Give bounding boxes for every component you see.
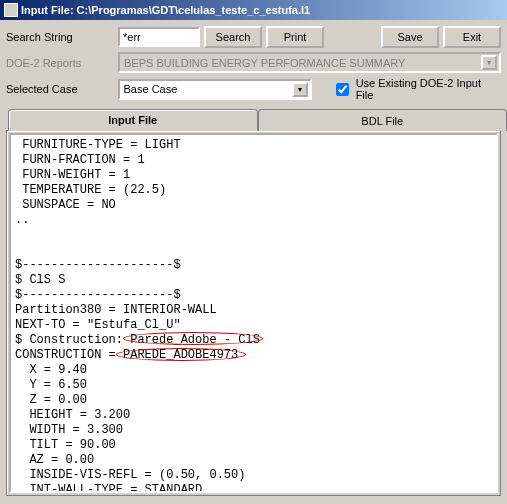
case-dropdown[interactable]: Base Case ▾ [118, 79, 312, 100]
window-titlebar: Input File: C:\Programas\GDT\celulas_tes… [0, 0, 507, 20]
search-input[interactable] [118, 27, 200, 47]
print-button[interactable]: Print [266, 26, 324, 48]
case-value: Base Case [124, 83, 292, 95]
dropdown-icon[interactable]: ▾ [292, 82, 308, 97]
search-label: Search String [6, 31, 114, 43]
tab-input-file[interactable]: Input File [8, 109, 258, 131]
use-existing-checkbox-row[interactable]: Use Existing DOE-2 Input File [332, 77, 501, 101]
case-label: Selected Case [6, 83, 114, 95]
window-title: Input File: C:\Programas\GDT\celulas_tes… [21, 4, 310, 16]
use-existing-checkbox[interactable] [336, 83, 349, 96]
tab-bdl-file[interactable]: BDL File [258, 109, 508, 131]
reports-dropdown[interactable]: BEPS BUILDING ENERGY PERFORMANCE SUMMARY… [118, 52, 501, 73]
use-existing-label: Use Existing DOE-2 Input File [356, 77, 501, 101]
file-content[interactable]: FURNITURE-TYPE = LIGHT FURN-FRACTION = 1… [9, 133, 498, 493]
dropdown-icon[interactable]: ▾ [481, 55, 497, 70]
window-icon [4, 3, 18, 17]
exit-button[interactable]: Exit [443, 26, 501, 48]
save-button[interactable]: Save [381, 26, 439, 48]
reports-value: BEPS BUILDING ENERGY PERFORMANCE SUMMARY [124, 57, 481, 69]
reports-label: DOE-2 Reports [6, 57, 114, 69]
search-button[interactable]: Search [204, 26, 262, 48]
file-text: FURNITURE-TYPE = LIGHT FURN-FRACTION = 1… [15, 138, 260, 493]
